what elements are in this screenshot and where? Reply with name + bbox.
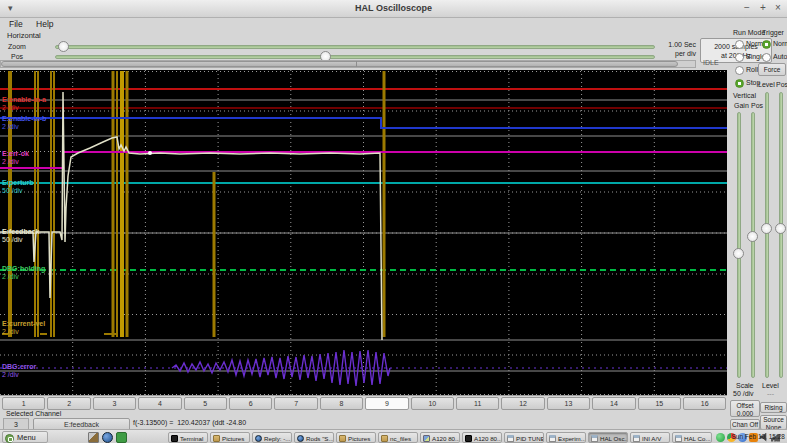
launcher-pencil-icon[interactable] — [88, 432, 99, 443]
trigger-label: Trigger — [762, 29, 784, 36]
browser-icon — [255, 435, 262, 442]
gain-slider-track[interactable] — [737, 112, 741, 378]
channel-button-2[interactable]: 2 — [47, 397, 90, 410]
taskbar-task-experim-[interactable]: Experim... — [546, 432, 586, 443]
selected-channel-label: Selected Channel — [6, 410, 61, 417]
mint-logo-icon — [5, 434, 14, 443]
channel-label-e-perturb: E:perturb50 /div — [2, 179, 34, 195]
channel-button-16[interactable]: 16 — [683, 397, 726, 410]
taskbar-task-a120-80-[interactable]: A120 80... — [420, 432, 460, 443]
offset-button[interactable]: Offset 0.000 — [730, 400, 760, 417]
trigger-level-slider-handle[interactable] — [761, 223, 772, 234]
horizontal-scrollbar-thumb[interactable] — [1, 61, 678, 67]
channel-button-4[interactable]: 4 — [138, 397, 181, 410]
terminal-icon — [465, 435, 472, 442]
window-icon — [675, 435, 682, 442]
acquire-status: IDLE — [703, 59, 719, 66]
zoom-slider-track[interactable] — [55, 45, 655, 49]
menu-help[interactable]: Help — [36, 19, 53, 29]
zoom-slider-handle[interactable] — [58, 41, 69, 52]
trigger-option-label-normal[interactable]: Normal — [773, 40, 787, 47]
window-icon — [591, 435, 598, 442]
run-mode-radio-normal[interactable] — [735, 40, 744, 49]
channel-button-11[interactable]: 11 — [456, 397, 499, 410]
launcher-terminal-green-icon[interactable] — [116, 432, 127, 443]
trigger-level-slider-track[interactable] — [765, 92, 769, 378]
channel-button-14[interactable]: 14 — [592, 397, 635, 410]
run-mode-radio-roll[interactable] — [735, 66, 744, 75]
taskbar-task-pid-tune[interactable]: PID TUNE — [504, 432, 544, 443]
level-label: Level — [762, 382, 779, 389]
taskbar-task-reply-[interactable]: Reply: -... — [252, 432, 292, 443]
trace-cursor-dot — [148, 151, 152, 155]
folder-icon — [339, 435, 346, 442]
gain-slider-handle[interactable] — [733, 248, 744, 259]
folder-icon — [213, 435, 220, 442]
pos-slider-track[interactable] — [55, 55, 655, 59]
taskbar-task-terminal[interactable]: Terminal — [168, 432, 208, 443]
trigger-pos-slider-handle[interactable] — [775, 223, 786, 234]
vertical-pos-slider-track[interactable] — [751, 112, 755, 378]
menu-file[interactable]: File — [9, 19, 23, 29]
taskbar-menu-label: Menu — [17, 433, 36, 442]
taskbar-clock[interactable]: Sun Feb 10, 15:28 — [732, 433, 786, 440]
taskbar-task-hal-co-[interactable]: HAL Co... — [672, 432, 712, 443]
channel-button-7[interactable]: 7 — [274, 397, 317, 410]
channel-button-3[interactable]: 3 — [93, 397, 136, 410]
rate-line1: 1.00 Sec — [650, 41, 696, 48]
window-titlebar[interactable]: ▾ HAL Oscilloscope − + × — [0, 0, 787, 18]
vertical-pos-slider-handle[interactable] — [747, 231, 758, 242]
taskbar-task-rods-s-[interactable]: Rods "S... — [294, 432, 334, 443]
pos-label: Pos — [11, 53, 23, 60]
scope-display[interactable] — [0, 70, 727, 396]
scale-label: Scale — [736, 382, 754, 389]
taskbar-task-pictures[interactable]: Pictures — [210, 432, 250, 443]
channel-button-5[interactable]: 5 — [184, 397, 227, 410]
channel-button-6[interactable]: 6 — [229, 397, 272, 410]
channel-label-e-enable-in-b: E:enable-in-b2 /div — [2, 115, 46, 131]
taskbar-task-nc-files[interactable]: nc_files — [378, 432, 418, 443]
maximize-button[interactable]: + — [757, 2, 769, 13]
taskbar-menu-button[interactable]: Menu — [2, 431, 48, 443]
channel-label-e-err-ok: E:err-ok2 /div — [2, 150, 29, 166]
close-button[interactable]: × — [772, 2, 784, 13]
force-button[interactable]: Force — [758, 63, 786, 76]
level-value: --- — [767, 390, 774, 397]
browser-icon — [297, 435, 304, 442]
scrollbar-position-tick — [356, 61, 357, 67]
channel-button-9[interactable]: 9 — [365, 397, 408, 410]
trigger-radio-auto[interactable] — [762, 53, 771, 62]
run-mode-option-label-roll[interactable]: Roll — [746, 66, 758, 73]
vertical-pos-label: Pos — [751, 102, 763, 109]
minimize-button[interactable]: − — [741, 2, 753, 13]
channel-button-10[interactable]: 10 — [411, 397, 454, 410]
channel-button-8[interactable]: 8 — [320, 397, 363, 410]
horizontal-scrollbar[interactable] — [0, 60, 696, 68]
launcher-browser-icon[interactable] — [102, 432, 113, 443]
horizontal-frame-label: Horizontal — [7, 31, 41, 40]
window-icon — [633, 435, 640, 442]
run-mode-radio-single[interactable] — [735, 53, 744, 62]
trigger-option-label-auto[interactable]: Auto — [773, 53, 787, 60]
window-title: HAL Oscilloscope — [0, 3, 787, 13]
trigger-radio-normal[interactable] — [762, 40, 771, 49]
taskbar-task-a120-80-[interactable]: A120 80... — [462, 432, 502, 443]
channel-button-1[interactable]: 1 — [2, 397, 45, 410]
channel-button-12[interactable]: 12 — [501, 397, 544, 410]
run-mode-radio-stop[interactable] — [735, 79, 744, 88]
vertical-label: Vertical — [733, 92, 756, 99]
source-label: Source — [761, 416, 786, 424]
taskbar-task-pictures[interactable]: Pictures — [336, 432, 376, 443]
channel-button-13[interactable]: 13 — [547, 397, 590, 410]
channel-label-dbg-error: DBG:error2 /div — [2, 363, 36, 379]
offset-label: Offset — [731, 402, 759, 410]
taskbar-task-ini-a-v[interactable]: INI A/V — [630, 432, 670, 443]
tray-green-orb-icon[interactable] — [716, 433, 725, 442]
trigger-pos-label: Pos — [776, 81, 787, 88]
trigger-pos-slider-track[interactable] — [779, 92, 783, 378]
rising-button[interactable]: Rising — [760, 402, 787, 413]
source-button[interactable]: Source None — [760, 415, 787, 430]
channel-button-15[interactable]: 15 — [638, 397, 681, 410]
taskbar-task-hal-osc-[interactable]: HAL Osc... — [588, 432, 628, 443]
run-mode-label: Run Mode — [733, 29, 765, 36]
